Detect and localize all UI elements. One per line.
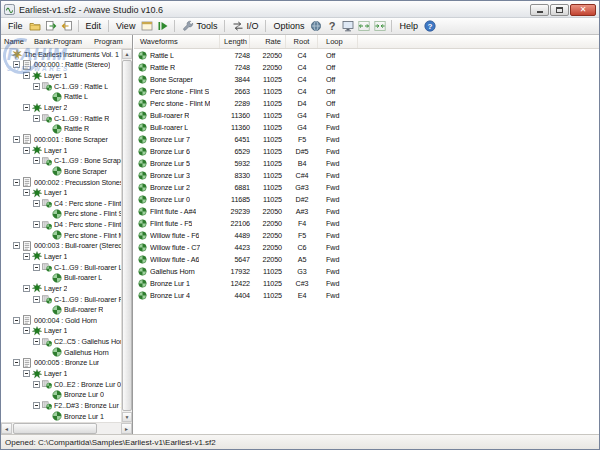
tree-item[interactable]: The Earliest Instruments Vol. 1 xyxy=(1,49,121,60)
scroll-right-icon[interactable]: ► xyxy=(121,423,132,434)
tree-item[interactable]: 000:002 : Precussion Stones xyxy=(1,177,121,188)
tree-item[interactable]: Bull-roarer L xyxy=(1,272,121,283)
column-root[interactable]: Root xyxy=(286,35,318,48)
tree-horizontal-scrollbar[interactable]: ◄ ► xyxy=(1,422,132,434)
play-icon[interactable] xyxy=(155,20,171,33)
tree-expander[interactable] xyxy=(23,285,30,292)
tree-item[interactable]: C-1..G9 : Rattle R xyxy=(1,113,121,124)
tree-expander[interactable] xyxy=(23,327,30,334)
tree-expander[interactable] xyxy=(33,221,40,228)
tree-item[interactable]: Perc stone - Flint M xyxy=(1,230,121,241)
tree-item[interactable]: F2..D#3 : Bronze Lur 1 xyxy=(1,400,121,411)
waveform-row[interactable]: Bronze Lur 7 6451 11025 F5 Fwd xyxy=(134,133,599,145)
tree-item[interactable]: Rattle L xyxy=(1,92,121,103)
open-file-icon[interactable] xyxy=(27,20,43,33)
waveform-row[interactable]: Bronze Lur 1 12422 11025 C#3 Fwd xyxy=(134,277,599,289)
tree-expander[interactable] xyxy=(23,147,30,154)
menu-io[interactable]: I/O xyxy=(228,19,262,33)
waveform-row[interactable]: Rattle R 7248 22050 C4 Off xyxy=(134,61,599,73)
waveform-row[interactable]: Rattle L 7248 22050 C4 Off xyxy=(134,49,599,61)
tree-item[interactable]: Layer 1 xyxy=(1,326,121,337)
tree-item[interactable]: 000:000 : Rattle (Stereo) xyxy=(1,60,121,71)
tree-item[interactable]: 000:005 : Bronze Lur xyxy=(1,358,121,369)
tree-expander[interactable] xyxy=(23,370,30,377)
menu-edit[interactable]: Edit xyxy=(82,20,106,32)
column-bank-program[interactable]: Bank:Program xyxy=(34,37,94,46)
tree-item[interactable]: Bronze Lur 1 xyxy=(1,411,121,422)
tree-item[interactable]: E3..A#3 : Bronze Lur 2 xyxy=(1,421,121,422)
tree-item[interactable]: D4 : Perc stone - Flint M xyxy=(1,219,121,230)
column-length[interactable]: Length xyxy=(220,35,250,48)
waveform-row[interactable]: Bronze Lur 4 4404 11025 E4 Fwd xyxy=(134,289,599,301)
tree-expander[interactable] xyxy=(23,72,30,79)
waveform-row[interactable]: Bronze Lur 5 5932 11025 B4 Fwd xyxy=(134,157,599,169)
tree-expander[interactable] xyxy=(13,136,20,143)
close-button[interactable]: ✕ xyxy=(570,4,596,16)
write-file-icon[interactable] xyxy=(59,20,75,33)
waveform-row[interactable]: Willow flute - C7 4423 22050 C6 Fwd xyxy=(134,241,599,253)
tree-item[interactable]: C0..E2 : Bronze Lur 0 xyxy=(1,379,121,390)
tree-expander[interactable] xyxy=(13,359,20,366)
waveform-row[interactable]: Bronze Lur 0 11685 11025 D#2 Fwd xyxy=(134,193,599,205)
tree-item[interactable]: Layer 2 xyxy=(1,283,121,294)
waveform-row[interactable]: Flint flute - F5 22106 22050 F4 Fwd xyxy=(134,217,599,229)
waveform-row[interactable]: Bone Scraper 3844 11025 C4 Off xyxy=(134,73,599,85)
waveform-row[interactable]: Willow flute - A6 5647 22050 A5 Fwd xyxy=(134,253,599,265)
waveform-row[interactable]: Bronze Lur 3 8330 11025 C#4 Fwd xyxy=(134,169,599,181)
tree-item[interactable]: C2..C5 : Gallehus Horn xyxy=(1,336,121,347)
waveform-row[interactable]: Bull-roarer R 11360 11025 G4 Fwd xyxy=(134,109,599,121)
tree-vertical-scrollbar[interactable]: ▲ ▼ xyxy=(121,49,132,422)
menu-help[interactable]: Help xyxy=(395,20,422,32)
tree-item[interactable]: Rattle R xyxy=(1,123,121,134)
minimize-button[interactable] xyxy=(530,4,549,16)
tree-item[interactable]: C4 : Perc stone - Flint S xyxy=(1,198,121,209)
tree-expander[interactable] xyxy=(13,242,20,249)
menu-file[interactable]: File xyxy=(4,20,27,32)
tree-item[interactable]: C-1..G9 : Rattle L xyxy=(1,81,121,92)
tree-expander[interactable] xyxy=(33,402,40,409)
fit-width-icon[interactable] xyxy=(356,20,372,33)
tree-item[interactable]: Layer 2 xyxy=(1,102,121,113)
tree-item[interactable]: C-1..G9 : Bull-roarer R xyxy=(1,294,121,305)
monitor-icon[interactable] xyxy=(340,20,356,33)
tree-expander[interactable] xyxy=(13,61,20,68)
scroll-down-icon[interactable]: ▼ xyxy=(122,412,132,422)
context-help-icon[interactable] xyxy=(324,20,340,33)
tree-item[interactable]: Bone Scraper xyxy=(1,166,121,177)
help-circle-icon[interactable] xyxy=(422,20,438,33)
tree-expander[interactable] xyxy=(13,179,20,186)
scroll-thumb[interactable] xyxy=(13,423,97,434)
tree-expander[interactable] xyxy=(33,200,40,207)
menu-view[interactable]: View xyxy=(112,20,139,32)
tree-item[interactable]: Layer 1 xyxy=(1,187,121,198)
tree-item[interactable]: Perc stone - Flint S xyxy=(1,209,121,220)
tree-item[interactable]: Gallehus Horn xyxy=(1,347,121,358)
tree-item[interactable]: C-1..G9 : Bone Scraper xyxy=(1,155,121,166)
waveform-row[interactable]: Willow flute - F6 4489 22050 F5 Fwd xyxy=(134,229,599,241)
fit-window-icon[interactable] xyxy=(372,20,388,33)
tree-item[interactable]: C-1..G9 : Bull-roarer L xyxy=(1,262,121,273)
tree-expander[interactable] xyxy=(23,104,30,111)
column-program[interactable]: Program xyxy=(94,37,132,46)
tree-expander[interactable] xyxy=(33,381,40,388)
tree-expander[interactable] xyxy=(23,253,30,260)
scroll-left-icon[interactable]: ◄ xyxy=(1,423,12,434)
tree-item[interactable]: Bronze Lur 0 xyxy=(1,390,121,401)
tree-item[interactable]: 000:003 : Bull-roarer (Stereo) xyxy=(1,241,121,252)
waveform-row[interactable]: Perc stone - Flint M 2289 11025 D4 Off xyxy=(134,97,599,109)
column-rate[interactable]: Rate xyxy=(250,35,286,48)
waveform-row[interactable]: Flint flute - A#4 29239 22050 A#3 Fwd xyxy=(134,205,599,217)
menu-tools[interactable]: Tools xyxy=(178,19,221,33)
read-file-icon[interactable] xyxy=(43,20,59,33)
tree-expander[interactable] xyxy=(33,83,40,90)
waveform-row[interactable]: Bronze Lur 2 6881 11025 G#3 Fwd xyxy=(134,181,599,193)
column-name[interactable]: Name xyxy=(1,37,34,46)
tree-expander[interactable] xyxy=(33,264,40,271)
tree-item[interactable]: 000:004 : Gold Horn xyxy=(1,315,121,326)
scroll-thumb[interactable] xyxy=(122,60,132,411)
tree-expander[interactable] xyxy=(33,296,40,303)
scroll-up-icon[interactable]: ▲ xyxy=(122,49,132,59)
waveform-row[interactable]: Gallehus Horn 17932 11025 G3 Fwd xyxy=(134,265,599,277)
scroll-track[interactable] xyxy=(98,423,121,434)
tree-item[interactable]: Layer 1 xyxy=(1,251,121,262)
